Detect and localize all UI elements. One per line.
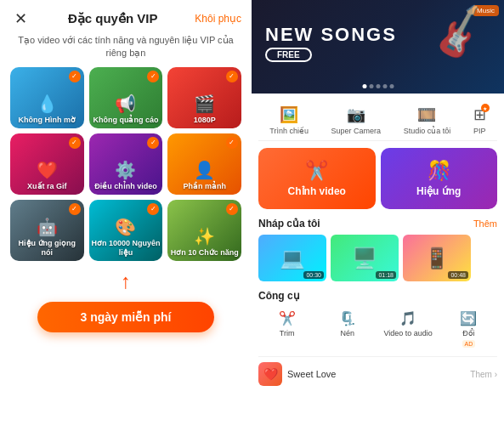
edit-video-button[interactable]: ✂️ Chỉnh video — [258, 148, 376, 209]
feature-label: Không Hình mờ — [17, 116, 78, 125]
tool-compress[interactable]: 🗜️ Nén — [319, 307, 376, 351]
feature-icon: 🎨 — [115, 217, 136, 237]
tool-video-to-audio[interactable]: 🎵 Video to audio — [380, 307, 437, 351]
feature-label: 1080P — [192, 116, 218, 125]
compress-label: Nén — [341, 329, 355, 337]
banner-free-badge: FREE — [265, 48, 312, 62]
banner-text: NEW SONGS FREE — [265, 26, 397, 62]
feature-icon: 📢 — [115, 94, 136, 114]
vip-header: ✕ Đặc quyền VIP Khôi phục — [10, 9, 241, 29]
drafts-row: 💻 00:30 🖥️ 01:18 📱 00:48 — [258, 235, 497, 281]
edit-video-label: Chỉnh video — [288, 185, 346, 197]
vip-description: Tạo video với các tính năng và nguyên li… — [10, 34, 241, 60]
feature-no-blur[interactable]: ✓ 💧 Không Hình mờ — [10, 67, 84, 128]
tool-trim[interactable]: ✂️ Trim — [258, 307, 315, 351]
feature-icon: 💧 — [37, 94, 58, 114]
sweet-love-label: Sweet Love — [287, 369, 336, 379]
vip-title: Đặc quyền VIP — [68, 11, 158, 26]
drafts-title: Nháp của tôi — [258, 218, 320, 230]
check-badge: ✓ — [226, 137, 238, 149]
check-badge: ✓ — [226, 71, 238, 82]
feature-icon: ⚙️ — [115, 160, 136, 180]
check-badge: ✓ — [69, 137, 81, 149]
sweet-love-bar[interactable]: ❤️ Sweet Love Them › — [258, 356, 497, 391]
feature-label: Hơn 10000 Nguyên liệu — [89, 239, 163, 258]
draft-duration-3: 00:48 — [448, 271, 468, 279]
feature-functions[interactable]: ✓ ✨ Hơn 10 Chức năng — [167, 200, 241, 261]
drafts-more-button[interactable]: Thêm — [473, 218, 497, 229]
feature-label: Hiệu ứng giọng nói — [10, 239, 84, 258]
free-trial-button[interactable]: 3 ngày miễn phí — [37, 302, 213, 332]
sweet-love-icon: ❤️ — [258, 362, 282, 386]
feature-label: Phần mảnh — [181, 182, 228, 191]
feature-label: Xuất ra Gif — [25, 182, 69, 191]
check-badge: ✓ — [69, 203, 81, 215]
right-content: 🖼️ Trình chiếu 📷 Super Camera 🎞️ Studio … — [252, 94, 504, 448]
feature-adjust[interactable]: ✓ ⚙️ Điều chỉnh video — [89, 133, 163, 195]
main-app-panel: NEW SONGS FREE Music 🎸 🖼️ Trình chiếu 📷 … — [252, 0, 504, 448]
banner: NEW SONGS FREE Music 🎸 — [252, 0, 504, 94]
super-camera-label: Super Camera — [331, 127, 382, 135]
check-badge: ✓ — [69, 71, 81, 82]
feature-gif[interactable]: ✓ ❤️ Xuất ra Gif — [10, 133, 84, 195]
feature-hd[interactable]: ✓ 🎬 1080P — [167, 67, 241, 128]
feature-label: Không quảng cáo — [91, 116, 160, 125]
feature-icon: 👤 — [194, 160, 215, 180]
compress-icon: 🗜️ — [339, 310, 356, 326]
feature-materials[interactable]: ✓ 🎨 Hơn 10000 Nguyên liệu — [89, 200, 163, 261]
draft-item-2[interactable]: 🖥️ 01:18 — [331, 235, 399, 281]
scissors-icon: ✂️ — [305, 160, 328, 182]
drafts-section-header: Nháp của tôi Thêm — [258, 218, 497, 230]
tools-grid: ✂️ Trim 🗜️ Nén 🎵 Video to audio 🔄 Đổi AD — [258, 307, 497, 351]
ad-badge: AD — [462, 340, 476, 348]
vip-panel: ✕ Đặc quyền VIP Khôi phục Tạo video với … — [0, 0, 252, 448]
feature-icon: 🤖 — [37, 217, 58, 237]
effects-button[interactable]: 🎊 Hiệu ứng — [381, 148, 498, 209]
dot-4 — [382, 84, 387, 88]
trim-label: Trim — [280, 329, 295, 337]
tools-section-header: Công cụ — [258, 290, 497, 302]
video-to-audio-label: Video to audio — [383, 329, 432, 337]
convert-label: Đổi — [462, 329, 475, 337]
pip-label: PIP — [473, 127, 486, 135]
dot-2 — [369, 84, 373, 88]
feature-no-ads[interactable]: ✓ 📢 Không quảng cáo — [89, 67, 163, 128]
draft-item-1[interactable]: 💻 00:30 — [258, 235, 326, 281]
banner-dots — [362, 84, 394, 88]
tool-slideshow[interactable]: 🖼️ Trình chiếu — [269, 105, 309, 135]
effects-label: Hiệu ứng — [416, 185, 461, 197]
slideshow-label: Trình chiếu — [269, 127, 309, 135]
tools-row: 🖼️ Trình chiếu 📷 Super Camera 🎞️ Studio … — [258, 100, 497, 141]
check-badge: ✓ — [226, 203, 238, 215]
feature-icon: ✨ — [194, 226, 215, 247]
close-button[interactable]: ✕ — [10, 9, 31, 29]
effects-icon: 🎊 — [428, 160, 450, 182]
dot-1 — [362, 84, 366, 88]
arrow-up-icon: ↑ — [121, 269, 131, 293]
slideshow-icon: 🖼️ — [280, 105, 298, 124]
trim-icon: ✂️ — [279, 310, 296, 326]
tools-section: Công cụ ✂️ Trim 🗜️ Nén 🎵 Video to audio … — [258, 290, 497, 351]
feature-label: Điều chỉnh video — [93, 182, 159, 191]
draft-item-3[interactable]: 📱 00:48 — [403, 235, 471, 281]
studio-label: Studio của tôi — [404, 127, 451, 135]
feature-voice[interactable]: ✓ 🤖 Hiệu ứng giọng nói — [10, 200, 84, 261]
them-label: Them › — [470, 370, 497, 379]
banner-new-songs-label: NEW SONGS — [265, 26, 397, 44]
super-camera-icon: 📷 — [347, 105, 365, 124]
tool-pip[interactable]: ⊞ ★ PIP — [473, 105, 486, 135]
convert-icon: 🔄 — [460, 310, 477, 326]
draft-duration-2: 01:18 — [376, 271, 396, 279]
video-to-audio-icon: 🎵 — [399, 310, 416, 326]
studio-icon: 🎞️ — [417, 105, 436, 124]
feature-icon: ❤️ — [37, 160, 58, 180]
feature-icon: 🎬 — [194, 94, 215, 114]
feature-label: Hơn 10 Chức năng — [169, 248, 241, 258]
tool-super-camera[interactable]: 📷 Super Camera — [331, 105, 382, 135]
draft-duration-1: 00:30 — [303, 271, 324, 279]
feature-mosaic[interactable]: ✓ 👤 Phần mảnh — [167, 133, 241, 195]
restore-button[interactable]: Khôi phục — [195, 13, 241, 25]
tool-studio[interactable]: 🎞️ Studio của tôi — [404, 105, 451, 135]
tool-convert[interactable]: 🔄 Đổi AD — [440, 307, 497, 351]
dot-3 — [376, 84, 380, 88]
